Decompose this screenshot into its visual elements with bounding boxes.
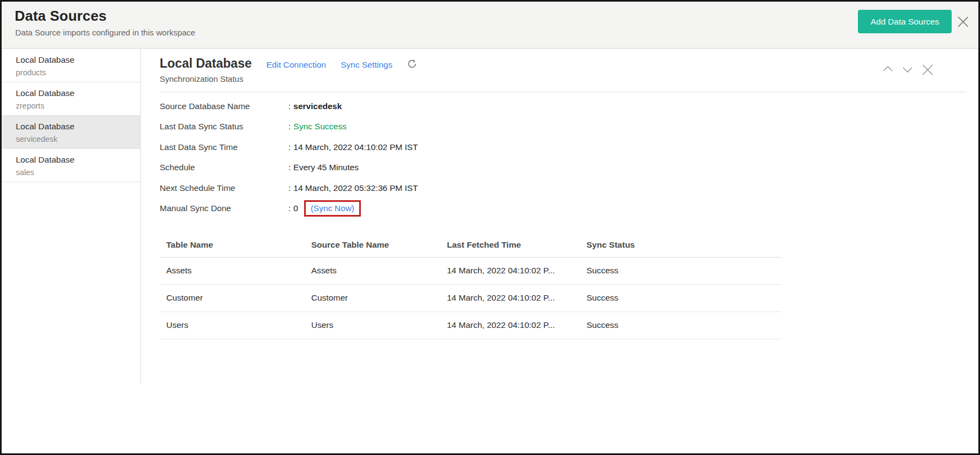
field-source-database-name: Source Database Name :servicedesk [160,96,978,117]
data-source-type: Local Database [16,53,135,67]
cell-source-table-name: Users [305,312,440,339]
cell-table-name: Users [160,312,305,339]
data-source-list: Local Database products Local Database z… [2,49,141,384]
data-source-name: zreports [16,100,135,112]
refresh-icon[interactable] [407,58,418,71]
tables-sync-table: Table Name Source Table Name Last Fetche… [160,234,781,339]
cell-last-fetched-time: 14 March, 2022 04:10:02 P... [440,284,580,312]
col-source-table-name: Source Table Name [305,234,440,257]
cell-source-table-name: Customer [305,284,440,312]
chevron-up-icon[interactable] [881,63,894,76]
close-detail-icon[interactable] [921,63,935,77]
cell-source-table-name: Assets [305,257,440,284]
add-data-sources-button[interactable]: Add Data Sources [858,10,952,33]
sidebar-item-products[interactable]: Local Database products [2,49,140,82]
cell-table-name: Customer [160,284,305,312]
data-source-detail: Local Database Edit Connection Sync Sett… [141,49,978,453]
data-source-type: Local Database [16,120,135,133]
sidebar-item-servicedesk[interactable]: Local Database servicedesk [2,116,140,149]
cell-sync-status: Success [580,312,781,339]
field-schedule: Schedule :Every 45 Minutes [160,158,978,178]
section-divider [160,92,966,92]
sidebar-item-sales[interactable]: Local Database sales [2,149,140,182]
table-row: Users Users 14 March, 2022 04:10:02 P...… [160,312,781,339]
field-next-schedule-time: Next Schedule Time :14 March, 2022 05:32… [160,178,978,199]
sidebar-item-zreports[interactable]: Local Database zreports [2,82,140,116]
chevron-down-icon[interactable] [901,63,914,76]
edit-connection-link[interactable]: Edit Connection [267,60,326,70]
last-sync-time-value: 14 March, 2022 04:10:02 PM IST [293,142,418,152]
col-last-fetched-time: Last Fetched Time [440,234,580,257]
sync-now-highlight-box: (Sync Now) [304,200,361,217]
detail-header: Local Database Edit Connection Sync Sett… [160,56,978,71]
data-source-name: products [16,67,135,79]
sync-now-link[interactable]: (Sync Now) [311,203,354,213]
manual-sync-count: 0 [293,203,298,213]
data-source-type: Local Database [16,87,135,100]
section-label: Synchronization Status [160,74,978,83]
data-source-type: Local Database [16,153,135,166]
sync-status-fields: Source Database Name :servicedesk Last D… [160,96,978,219]
data-source-name: sales [16,166,135,178]
cell-last-fetched-time: 14 March, 2022 04:10:02 P... [440,312,580,339]
detail-title: Local Database [160,56,252,71]
close-icon[interactable] [955,14,971,29]
data-sources-dialog: Data Sources Data Source imports configu… [0,0,980,455]
field-last-data-sync-time: Last Data Sync Time :14 March, 2022 04:1… [160,137,978,158]
page-subtitle: Data Source imports configured in this w… [15,28,195,37]
next-schedule-time-value: 14 March, 2022 05:32:36 PM IST [293,183,418,193]
cell-table-name: Assets [160,257,305,284]
sync-status-value: Sync Success [293,122,346,131]
page-title: Data Sources [15,8,107,25]
source-database-name-value: servicedesk [293,101,342,111]
schedule-value: Every 45 Minutes [293,163,359,172]
detail-panel-controls [881,63,935,77]
table-row: Customer Customer 14 March, 2022 04:10:0… [160,284,781,312]
table-header-row: Table Name Source Table Name Last Fetche… [160,234,781,257]
sync-settings-link[interactable]: Sync Settings [341,60,392,70]
data-source-name: servicedesk [16,133,135,145]
cell-sync-status: Success [580,257,781,284]
cell-last-fetched-time: 14 March, 2022 04:10:02 P... [440,257,580,284]
col-sync-status: Sync Status [580,234,781,257]
field-last-data-sync-status: Last Data Sync Status :Sync Success [160,117,978,137]
dialog-header: Data Sources Data Source imports configu… [2,2,978,49]
col-table-name: Table Name [160,234,305,257]
field-manual-sync-done: Manual Sync Done :0 (Sync Now) [160,199,978,219]
table-row: Assets Assets 14 March, 2022 04:10:02 P.… [160,257,781,284]
cell-sync-status: Success [580,284,781,312]
